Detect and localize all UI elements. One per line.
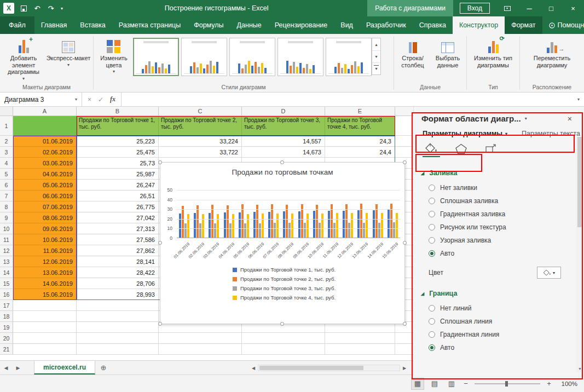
grid-cell[interactable]: 28,422 [77,267,159,278]
zoom-in-icon[interactable]: + [545,379,553,388]
grid-cell[interactable]: 26,247 [77,180,159,191]
radio-option[interactable]: Градиентная линия [414,328,584,341]
sign-in-button[interactable]: Вход [460,3,490,14]
zoom-slider[interactable] [475,383,540,384]
grid-cell[interactable]: 14.06.2019 [13,278,77,289]
grid-cell[interactable] [13,322,77,333]
row-header[interactable]: 18 [0,311,13,322]
enter-icon[interactable]: ✓ [98,96,103,103]
row-header[interactable]: 5 [0,169,13,180]
grid-cell[interactable]: 25,987 [77,169,159,180]
radio-option[interactable]: Градиентная заливка [414,207,584,221]
gallery-more-icon[interactable]: ▾ [372,62,380,74]
hscroll-thumb[interactable] [259,366,363,370]
grid-cell[interactable]: 28,706 [77,278,159,289]
grid-cell[interactable] [159,344,242,355]
grid-cell[interactable] [77,333,159,344]
row-header[interactable]: 4 [0,158,13,169]
grid-cell[interactable] [77,311,159,322]
grid-cell[interactable] [242,333,325,344]
formula-bar-expand-icon[interactable]: ▾ [573,93,584,106]
scrollbar-thumb[interactable] [577,137,582,227]
grid-cell[interactable]: 25,73 [77,158,159,169]
row-header[interactable]: 13 [0,256,13,267]
tab-page-layout[interactable]: Разметка страницы [112,16,187,34]
grid-cell[interactable]: 12.06.2019 [13,256,77,267]
column-header-A[interactable]: A [13,107,77,116]
normal-view-icon[interactable]: ▦ [411,378,424,390]
column-header-B[interactable]: B [77,107,159,116]
chart-style-thumbnail[interactable] [133,38,179,76]
grid-cell[interactable]: Продажи по Торговой точке 4, тыс. руб. [325,116,395,136]
chart-style-thumbnail[interactable] [181,38,227,76]
name-box[interactable]: Диаграмма 3 ▾ [0,93,82,106]
fill-line-icon[interactable] [423,142,440,157]
row-header[interactable]: 21 [0,344,13,355]
radio-option[interactable]: Авто [414,247,584,260]
grid-cell[interactable]: 01.06.2019 [13,136,77,147]
sheet-nav-right-icon[interactable]: ▶ [12,361,24,374]
zoom-out-icon[interactable]: − [462,379,470,388]
add-chart-element-button[interactable]: + Добавить элемент диаграммы▾ [1,36,46,81]
row-header[interactable]: 1 [0,116,13,136]
qat-customize-icon[interactable]: ▾ [58,1,66,15]
excel-app-icon[interactable]: X [3,3,14,14]
sheet-tab-microexcel[interactable]: microexcel.ru [34,361,95,374]
grid-cell[interactable] [13,344,77,355]
hscroll-left-icon[interactable]: ◀ [249,366,258,371]
tab-insert[interactable]: Вставка [73,16,112,34]
grid-cell[interactable]: 24,3 [325,136,395,147]
row-header[interactable]: 14 [0,267,13,278]
ribbon-display-options-icon[interactable] [496,0,518,16]
tab-file[interactable]: Файл [0,16,34,34]
size-properties-icon[interactable] [482,142,499,157]
chart-resize-handle[interactable] [403,241,407,245]
row-header[interactable]: 9 [0,212,13,223]
grid-cell[interactable] [242,344,325,355]
chart-resize-handle[interactable] [403,322,407,326]
column-header-D[interactable]: D [242,107,325,116]
row-header[interactable]: 7 [0,191,13,201]
grid-cell[interactable]: 09.06.2019 [13,223,77,234]
tab-chart-design[interactable]: Конструктор [453,16,505,34]
row-header[interactable]: 17 [0,300,13,311]
page-break-view-icon[interactable]: ▥ [445,378,458,390]
grid-cell[interactable]: 26,51 [77,191,159,201]
cancel-icon[interactable]: × [88,96,91,103]
tab-chart-format[interactable]: Формат [505,16,542,34]
grid-cell[interactable]: 02.06.2019 [13,147,77,158]
scroll-down-icon[interactable]: ▼ [576,365,583,372]
grid-cell[interactable] [77,322,159,333]
radio-option[interactable]: Сплошная линия [414,315,584,328]
row-header[interactable]: 19 [0,322,13,333]
grid-cell[interactable]: 33,224 [159,136,242,147]
close-button[interactable]: × [562,0,584,16]
tab-help[interactable]: Справка [413,16,453,34]
grid-cell[interactable]: 04.06.2019 [13,169,77,180]
row-header[interactable]: 11 [0,234,13,245]
chart-resize-handle[interactable] [280,160,284,164]
tab-text-options[interactable]: Параметры текста [522,130,580,137]
grid-cell[interactable]: Продажи по Торговой точке 1, тыс. руб. [77,116,159,136]
grid-cell[interactable]: 27,586 [77,234,159,245]
radio-option[interactable]: Нет линий [414,302,584,315]
tab-review[interactable]: Рецензирование [268,16,334,34]
sheet-nav-left-icon[interactable]: ◀ [0,361,12,374]
hscroll-right-icon[interactable]: ▶ [400,366,409,371]
row-header[interactable]: 8 [0,201,13,212]
chart-style-thumbnail[interactable] [326,38,372,76]
gallery-down-icon[interactable]: ▾ [372,50,380,62]
border-section-header[interactable]: ◢ Граница [414,281,584,302]
grid-cell[interactable]: 28,141 [77,256,159,267]
change-colors-button[interactable]: Изменить цвета▾ [95,36,133,80]
grid-cell[interactable]: 28,993 [77,289,159,300]
select-all-corner[interactable] [0,107,13,116]
radio-option[interactable]: Нет заливки [414,181,584,194]
grid-cell[interactable]: 05.06.2019 [13,180,77,191]
grid-cell[interactable]: 06.06.2019 [13,191,77,201]
grid-cell[interactable]: 10.06.2019 [13,234,77,245]
row-header[interactable]: 16 [0,289,13,300]
select-data-button[interactable]: Выбрать данные [430,36,465,80]
grid-cell[interactable]: 13.06.2019 [13,267,77,278]
radio-option[interactable]: Авто [414,341,584,354]
